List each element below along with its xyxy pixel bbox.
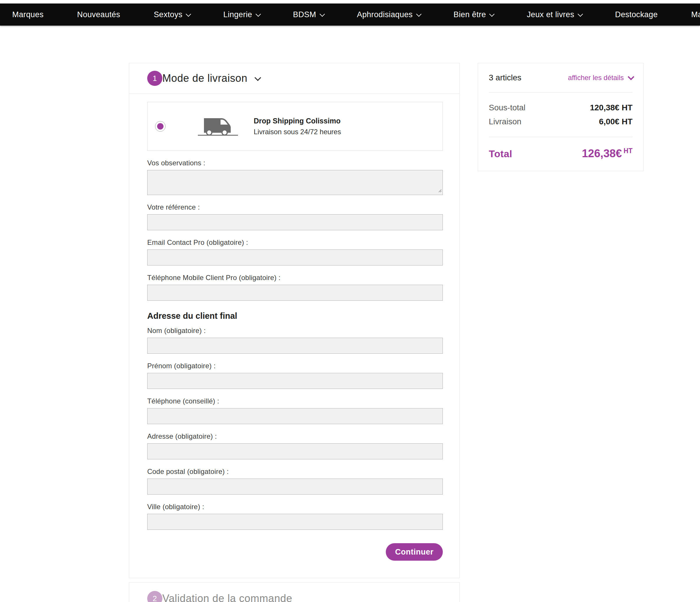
adresse-input[interactable] [147,443,443,459]
observations-textarea-wrap [147,170,443,195]
nav-item-sextoys[interactable]: Sextoys [154,10,190,19]
shipping-cost-row: Livraison 6,00€ HT [489,117,632,126]
cart-items-count: 3 articles [489,73,521,82]
adresse-field-group: Adresse (obligatoire) : [147,432,443,459]
main-nav: Marques Nouveautés Sextoys Lingerie BDSM… [0,3,700,26]
nav-item-marketing[interactable]: Marketing [691,10,700,19]
nav-item-label: Nouveautés [77,10,120,19]
reference-field-group: Votre référence : [147,203,443,230]
total-row: Total 126,38€HT [489,147,632,160]
shipping-cost-value: 6,00€ HT [599,117,632,126]
shipping-option-texts: Drop Shipping Colissimo Livraison sous 2… [254,117,341,136]
nav-item-label: Bien être [454,10,486,19]
show-details-label: afficher les détails [568,74,624,82]
nav-item-label: Aphrodisiaques [357,10,413,19]
nav-item-jeux-et-livres[interactable]: Jeux et livres [527,10,581,19]
email-pro-label: Email Contact Pro (obligatoire) : [147,238,443,246]
code-postal-input[interactable] [147,479,443,495]
prenom-input[interactable] [147,373,443,389]
top-strip [0,0,700,3]
reference-label: Votre référence : [147,203,443,211]
delivery-truck-icon [196,115,240,138]
telephone-field-group: Téléphone (conseillé) : [147,397,443,424]
nav-item-aphrodisiaques[interactable]: Aphrodisiaques [357,10,420,19]
chevron-down-icon [490,11,495,17]
prenom-field-group: Prénom (obligatoire) : [147,362,443,389]
continue-button[interactable]: Continuer [386,543,443,561]
mobile-pro-field-group: Téléphone Mobile Client Pro (obligatoire… [147,274,443,301]
code-postal-label: Code postal (obligatoire) : [147,467,443,476]
step2-card: 2 Validation de la commande [129,582,460,602]
email-pro-field-group: Email Contact Pro (obligatoire) : [147,238,443,265]
nav-item-bien-etre[interactable]: Bien être [454,10,494,19]
nav-item-lingerie[interactable]: Lingerie [223,10,259,19]
chevron-down-icon [255,11,261,17]
nom-label: Nom (obligatoire) : [147,327,443,335]
radio-selected-icon[interactable] [155,121,166,131]
subtotal-value: 120,38€ HT [590,103,632,112]
telephone-label: Téléphone (conseillé) : [147,397,443,405]
nav-item-label: Marques [12,10,44,19]
nav-item-nouveautes[interactable]: Nouveautés [77,10,120,19]
radio-dot [157,123,164,129]
reference-input[interactable] [147,214,443,230]
continue-button-row: Continuer [147,543,443,561]
main-nav-inner: Marques Nouveautés Sextoys Lingerie BDSM… [0,3,700,26]
chevron-down-icon [416,11,421,17]
nav-item-label: BDSM [293,10,316,19]
prenom-label: Prénom (obligatoire) : [147,362,443,370]
ville-field-group: Ville (obligatoire) : [147,503,443,530]
email-pro-input[interactable] [147,249,443,265]
subtotal-row: Sous-total 120,38€ HT [489,103,632,112]
nom-field-group: Nom (obligatoire) : [147,327,443,354]
nav-item-bdsm[interactable]: BDSM [293,10,324,19]
observations-field-group: Vos observations : [147,159,443,195]
chevron-down-icon [186,11,191,17]
subtotal-label: Sous-total [489,103,525,112]
total-unit: HT [624,147,632,154]
step1-number-badge: 1 [147,71,162,86]
shipping-option-delay: Livraison sous 24/72 heures [254,128,341,136]
ville-label: Ville (obligatoire) : [147,503,443,511]
step1-card: 1 Mode de livraison [129,63,460,578]
nav-item-marques[interactable]: Marques [12,10,44,19]
adresse-label: Adresse (obligatoire) : [147,432,443,440]
chevron-down-icon[interactable] [628,74,634,80]
resize-grip-icon[interactable] [438,188,442,194]
nav-item-label: Lingerie [223,10,252,19]
mobile-pro-label: Téléphone Mobile Client Pro (obligatoire… [147,274,443,282]
nav-item-label: Destockage [615,10,658,19]
step1-title: Mode de livraison [162,72,247,85]
chevron-down-icon [320,11,325,17]
total-value: 126,38€HT [582,147,632,160]
chevron-down-icon [577,11,583,17]
observations-label: Vos observations : [147,159,443,167]
shipping-option[interactable]: Drop Shipping Colissimo Livraison sous 2… [147,102,443,151]
nav-item-label: Sextoys [154,10,182,19]
total-label: Total [489,148,512,160]
show-details-link[interactable]: afficher les détails [568,74,632,82]
ville-input[interactable] [147,514,443,530]
code-postal-field-group: Code postal (obligatoire) : [147,467,443,495]
telephone-input[interactable] [147,408,443,424]
chevron-down-icon[interactable] [255,74,261,81]
step2-number-badge: 2 [147,591,162,602]
cart-summary-rows: Sous-total 120,38€ HT Livraison 6,00€ HT [489,93,632,137]
address-section-heading: Adresse du client final [147,311,443,321]
step1-body: Drop Shipping Colissimo Livraison sous 2… [129,102,459,561]
step2-title: Validation de la commande [162,593,292,602]
shipping-cost-label: Livraison [489,117,521,126]
mobile-pro-input[interactable] [147,285,443,301]
nom-input[interactable] [147,338,443,354]
nav-item-label: Jeux et livres [527,10,574,19]
cart-summary: 3 articles afficher les détails Sous-tot… [478,63,644,171]
shipping-option-name: Drop Shipping Colissimo [254,117,341,125]
step1-header[interactable]: 1 Mode de livraison [129,63,459,94]
total-amount: 126,38€ [582,147,622,160]
cart-summary-header: 3 articles afficher les détails [489,63,632,93]
nav-item-destockage[interactable]: Destockage [615,10,658,19]
observations-textarea[interactable] [147,170,443,195]
nav-item-label: Marketing [691,10,700,19]
